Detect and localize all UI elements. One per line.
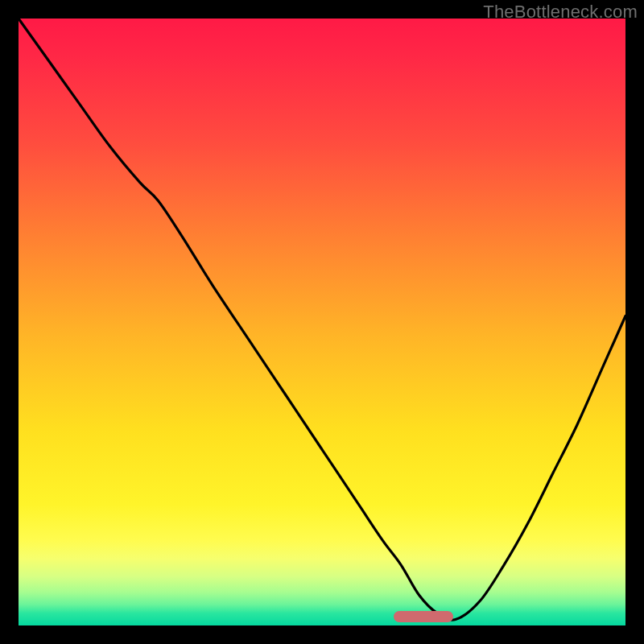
chart-frame: TheBottleneck.com <box>0 0 644 644</box>
optimal-range-marker <box>394 611 453 622</box>
watermark-text: TheBottleneck.com <box>483 2 638 23</box>
chart-plot-area <box>19 19 625 625</box>
